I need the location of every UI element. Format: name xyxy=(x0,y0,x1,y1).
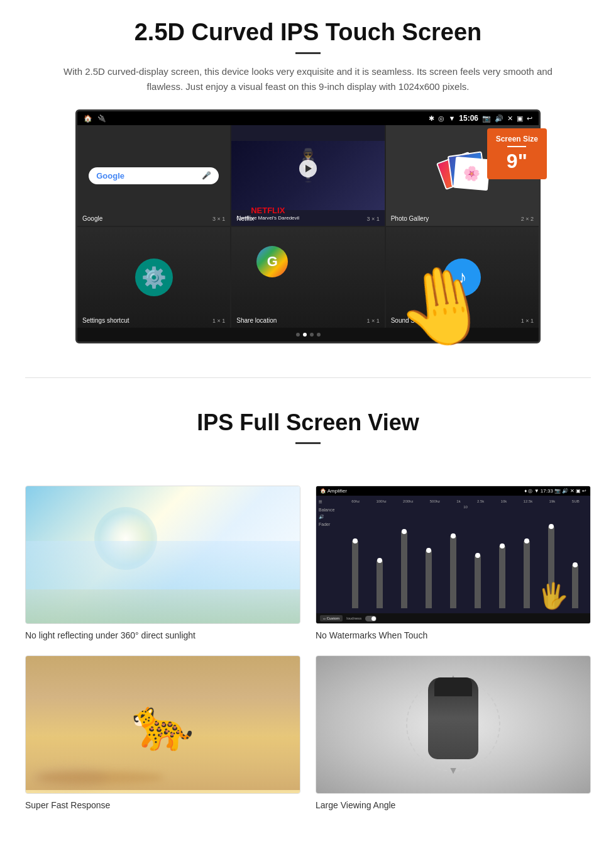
badge-divider xyxy=(507,146,526,147)
app-cell-netflix[interactable]: 🕴️ NETFLIX Continue Marvel's Daredevil N… xyxy=(231,125,384,226)
app-size-netflix: 3 × 1 xyxy=(366,216,379,222)
badge-size: 9" xyxy=(496,150,538,173)
amp-time: ♦ ◎ ▼ 17:33 📷 🔊 ✕ ▣ ↩ xyxy=(524,488,586,494)
device-mockup: Screen Size 9" 🏠 🔌 ✱ ◎ ▼ 15:06 📷 🔊 ✕ xyxy=(75,109,541,343)
amp-status-bar: 🏠 Amplifier ♦ ◎ ▼ 17:33 📷 🔊 ✕ ▣ ↩ xyxy=(316,486,590,496)
close-icon: ✕ xyxy=(507,114,513,123)
loudness-toggle[interactable] xyxy=(365,616,377,621)
flower-icon: 🌸 xyxy=(463,165,481,182)
app-size-google: 3 × 1 xyxy=(212,216,225,222)
dot-1 xyxy=(296,333,300,337)
car-body xyxy=(428,677,478,759)
play-button[interactable] xyxy=(299,160,317,177)
cheetah-shadow xyxy=(38,771,164,784)
car-image: ▲ ▲ xyxy=(316,656,590,793)
section2-title: IPS Full Screen View xyxy=(38,409,578,436)
netflix-thumb: 🕴️ xyxy=(231,141,384,210)
status-bar-right: ✱ ◎ ▼ 15:06 📷 🔊 ✕ ▣ ↩ xyxy=(429,114,532,123)
eq-bar-4 xyxy=(426,550,432,608)
volume-icon: 🔊 xyxy=(495,114,503,123)
home-icon: 🏠 xyxy=(84,114,92,123)
section-ips: IPS Full Screen View xyxy=(0,397,616,473)
photo-stack: 🌸 xyxy=(437,150,487,201)
eq-bar-10 xyxy=(572,565,578,608)
google-g-icon: G xyxy=(256,246,288,277)
status-bar-left: 🏠 🔌 xyxy=(84,114,106,123)
ground-gradient xyxy=(26,589,300,624)
camera-icon: 📷 xyxy=(482,114,491,123)
google-mic-icon: 🎤 xyxy=(202,171,211,180)
feature-amplifier: 🏠 Amplifier ♦ ◎ ▼ 17:33 📷 🔊 ✕ ▣ ↩ ≡ Bala… xyxy=(316,486,591,640)
app-size-settings: 1 × 1 xyxy=(212,318,225,324)
eq-bar-8 xyxy=(524,541,530,608)
feature-sunlight: No light reflecting under 360° direct su… xyxy=(25,486,300,640)
feature-img-amplifier: 🏠 Amplifier ♦ ◎ ▼ 17:33 📷 🔊 ✕ ▣ ↩ ≡ Bala… xyxy=(316,486,591,624)
amp-speaker-icon: 🔊 xyxy=(319,515,341,520)
app-cell-settings[interactable]: ⚙️ Settings shortcut 1 × 1 xyxy=(77,227,230,328)
app-size-gallery: 2 × 2 xyxy=(521,216,534,222)
amp-fader-label: Fader xyxy=(319,522,341,526)
photo-card-3: 🌸 xyxy=(453,157,490,191)
gear-icon: ⚙️ xyxy=(135,259,173,296)
feature-img-car: ▲ ▲ xyxy=(316,655,591,794)
app-size-sound: 1 × 1 xyxy=(521,318,534,324)
screen-size-badge: Screen Size 9" xyxy=(487,128,547,179)
google-logo: Google xyxy=(96,171,124,181)
amp-bars: 🖐️ xyxy=(343,509,588,611)
eq-bar-2 xyxy=(377,560,383,609)
feature-grid: No light reflecting under 360° direct su… xyxy=(0,473,616,823)
badge-title: Screen Size xyxy=(496,135,538,143)
amp-content: ≡ Balance 🔊 Fader 60hz 100hz 200hz 500hz… xyxy=(316,496,590,613)
amp-freq-labels: 60hz 100hz 200hz 500hz 1k 2.5k 10k 12.5k… xyxy=(343,498,588,504)
app-label-settings: Settings shortcut xyxy=(82,317,129,324)
amp-db-labels: 10 xyxy=(343,504,588,509)
wifi-icon: ▼ xyxy=(448,114,455,122)
app-cell-google[interactable]: Google 🎤 Google 3 × 1 xyxy=(77,125,230,226)
app-label-netflix: Netflix xyxy=(236,215,254,222)
amp-sliders-icon: ≡ xyxy=(319,498,341,505)
eq-bar-6 xyxy=(475,555,481,608)
dot-4 xyxy=(317,333,321,337)
status-bar: 🏠 🔌 ✱ ◎ ▼ 15:06 📷 🔊 ✕ ▣ ↩ xyxy=(77,111,539,125)
amp-eq-area: 60hz 100hz 200hz 500hz 1k 2.5k 10k 12.5k… xyxy=(343,498,588,611)
section-curved-screen: 2.5D Curved IPS Touch Screen With 2.5D c… xyxy=(0,0,616,359)
feature-img-sunlight xyxy=(25,486,300,624)
app-cell-share[interactable]: G Share location 1 × 1 xyxy=(231,227,384,328)
hand-pointing-icon: 🤚 xyxy=(390,260,497,351)
app-label-share: Share location xyxy=(236,317,277,324)
dot-2-active xyxy=(303,333,307,337)
cheetah-image: 🐆 xyxy=(26,656,300,793)
amp-sidebar: ≡ Balance 🔊 Fader xyxy=(319,498,341,611)
dot-3 xyxy=(310,333,314,337)
section1-divider xyxy=(295,52,321,54)
back-icon: ↩ xyxy=(527,114,532,123)
section1-description: With 2.5D curved-display screen, this de… xyxy=(50,64,566,94)
eq-bar-5 xyxy=(450,536,456,608)
location-icon: ◎ xyxy=(438,114,444,123)
window-icon: ▣ xyxy=(517,114,523,123)
app-label-gallery: Photo Gallery xyxy=(391,215,429,222)
feature-img-cheetah: 🐆 xyxy=(25,655,300,794)
feature-label-sunlight: No light reflecting under 360° direct su… xyxy=(25,630,300,640)
app-label-google: Google xyxy=(82,215,102,222)
car-windshield xyxy=(434,677,472,696)
netflix-logo: NETFLIX xyxy=(236,206,299,215)
usb-icon: 🔌 xyxy=(97,114,106,123)
feature-car: ▲ ▲ Large Viewing Angle xyxy=(316,655,591,810)
sunlight-image xyxy=(26,486,300,623)
custom-button[interactable]: ‹› Custom xyxy=(320,615,343,621)
amplifier-image: 🏠 Amplifier ♦ ◎ ▼ 17:33 📷 🔊 ✕ ▣ ↩ ≡ Bala… xyxy=(316,486,590,623)
amp-bottom: ‹› Custom loudness xyxy=(316,613,590,623)
loudness-label: loudness xyxy=(346,616,361,620)
feature-label-amplifier: No Watermarks When Touch xyxy=(316,630,591,640)
google-search-bar[interactable]: Google 🎤 xyxy=(89,167,219,184)
car-top-view xyxy=(415,674,491,775)
amp-balance-label: Balance xyxy=(319,508,341,512)
feature-label-car: Large Viewing Angle xyxy=(316,800,591,810)
app-size-share: 1 × 1 xyxy=(366,318,379,324)
status-time: 15:06 xyxy=(459,114,478,123)
amp-hand-icon: 🖐️ xyxy=(537,581,569,611)
bluetooth-icon: ✱ xyxy=(429,114,434,123)
feature-cheetah: 🐆 Super Fast Response xyxy=(25,655,300,810)
amp-home-icon: 🏠 Amplifier xyxy=(320,488,347,494)
